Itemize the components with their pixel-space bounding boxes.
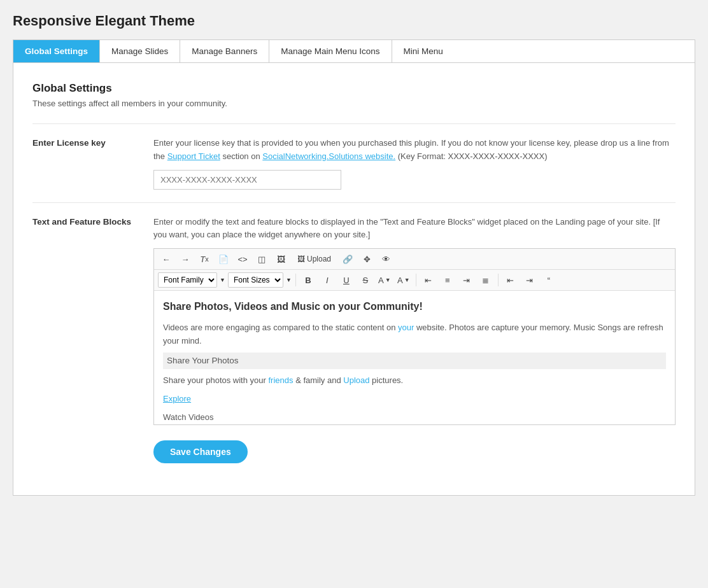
link-button[interactable]: 🔗: [339, 251, 356, 267]
license-description: Enter your license key that is provided …: [153, 137, 676, 164]
license-label: Enter License key: [32, 137, 134, 190]
editor-toolbar-row2: Font Family ▼ Font Sizes ▼ B I U S: [154, 270, 675, 291]
indent-increase-button[interactable]: ⇥: [521, 272, 538, 288]
license-key-input[interactable]: [153, 170, 341, 190]
toolbar-separator-3: [498, 274, 499, 286]
tab-mini-menu[interactable]: Mini Menu: [392, 40, 455, 62]
editor-content[interactable]: Share Photos, Videos and Music on your C…: [154, 291, 675, 424]
bold-button[interactable]: B: [300, 272, 316, 288]
align-left-button[interactable]: ⇤: [420, 272, 437, 288]
font-color-letter: A: [378, 276, 384, 285]
underline-button[interactable]: U: [338, 272, 355, 288]
highlight-your: your: [398, 323, 414, 332]
upload-label: Upload: [307, 255, 331, 263]
bg-color-button[interactable]: A ▼: [395, 272, 412, 288]
rich-text-editor: ← → Tx 📄 <> ◫ 🖼 🖼 Upload 🔗 ✥ 👁: [153, 248, 676, 425]
copy-format-button[interactable]: 📄: [215, 251, 232, 267]
panel-subtitle: These settings affect all members in you…: [32, 99, 676, 108]
font-family-arrow: ▼: [220, 277, 225, 283]
explore-link[interactable]: Explore: [163, 394, 191, 403]
editor-explore-link: Explore: [163, 393, 666, 406]
tab-manage-slides[interactable]: Manage Slides: [100, 40, 180, 62]
bg-color-letter: A: [397, 276, 403, 285]
fullscreen-button[interactable]: ✥: [358, 251, 375, 267]
undo-button[interactable]: ←: [158, 251, 174, 267]
table-button[interactable]: ◫: [253, 251, 270, 267]
content-panel: Global Settings These settings affect al…: [13, 62, 695, 496]
align-center-button[interactable]: ≡: [439, 272, 456, 288]
bg-color-arrow: ▼: [404, 277, 410, 283]
image-button[interactable]: 🖼: [273, 251, 289, 267]
panel-title: Global Settings: [32, 82, 676, 95]
editor-share-block: Share Your Photos: [163, 353, 666, 369]
share-your-photos-block: Share Your Photos: [163, 353, 666, 369]
license-content: Enter your license key that is provided …: [153, 137, 676, 190]
toolbar-separator-2: [416, 274, 416, 286]
highlight-upload: Upload: [343, 375, 369, 385]
strikethrough-button[interactable]: S: [357, 272, 374, 288]
font-sizes-arrow: ▼: [286, 277, 292, 283]
save-changes-button[interactable]: Save Changes: [153, 440, 248, 463]
editor-heading: Share Photos, Videos and Music on your C…: [163, 298, 666, 315]
license-section: Enter License key Enter your license key…: [32, 123, 676, 202]
format-tx-button[interactable]: Tx: [196, 251, 213, 267]
align-justify-button[interactable]: ≣: [478, 272, 494, 288]
italic-button[interactable]: I: [319, 272, 336, 288]
tab-manage-banners[interactable]: Manage Banners: [180, 40, 269, 62]
toolbar-separator-1: [295, 274, 296, 286]
text-blocks-content: Enter or modify the text and feature blo…: [153, 216, 676, 464]
highlight-friends: friends: [268, 375, 293, 385]
page-title: Responsive Elegant Theme: [13, 13, 695, 29]
upload-button[interactable]: 🖼 Upload: [292, 251, 337, 267]
align-right-button[interactable]: ⇥: [458, 272, 475, 288]
indent-decrease-button[interactable]: ⇤: [502, 272, 519, 288]
editor-paragraph-1: Videos are more engaging as compared to …: [163, 321, 666, 348]
font-sizes-select[interactable]: Font Sizes: [228, 272, 283, 288]
blockquote-button[interactable]: “: [541, 272, 557, 288]
support-ticket-link[interactable]: Support Ticket: [167, 151, 220, 161]
preview-button[interactable]: 👁: [378, 251, 394, 267]
font-color-button[interactable]: A ▼: [376, 272, 393, 288]
editor-watch-videos: Watch Videos: [163, 411, 666, 424]
redo-button[interactable]: →: [177, 251, 194, 267]
tabs-bar: Global Settings Manage Slides Manage Ban…: [13, 39, 695, 62]
tab-global-settings[interactable]: Global Settings: [13, 40, 100, 62]
text-blocks-description: Enter or modify the text and feature blo…: [153, 216, 676, 242]
tab-manage-main-menu-icons[interactable]: Manage Main Menu Icons: [269, 40, 392, 62]
editor-paragraph-2: Share your photos with your friends & fa…: [163, 374, 666, 388]
upload-icon: 🖼: [297, 255, 305, 263]
font-family-select[interactable]: Font Family: [158, 272, 217, 288]
editor-toolbar-row1: ← → Tx 📄 <> ◫ 🖼 🖼 Upload 🔗 ✥ 👁: [154, 249, 675, 270]
text-blocks-section: Text and Feature Blocks Enter or modify …: [32, 202, 676, 477]
socialnetworking-link[interactable]: SocialNetworking.Solutions website.: [262, 151, 395, 161]
font-color-arrow: ▼: [385, 277, 391, 283]
text-blocks-label: Text and Feature Blocks: [32, 216, 134, 464]
source-button[interactable]: <>: [234, 251, 251, 267]
